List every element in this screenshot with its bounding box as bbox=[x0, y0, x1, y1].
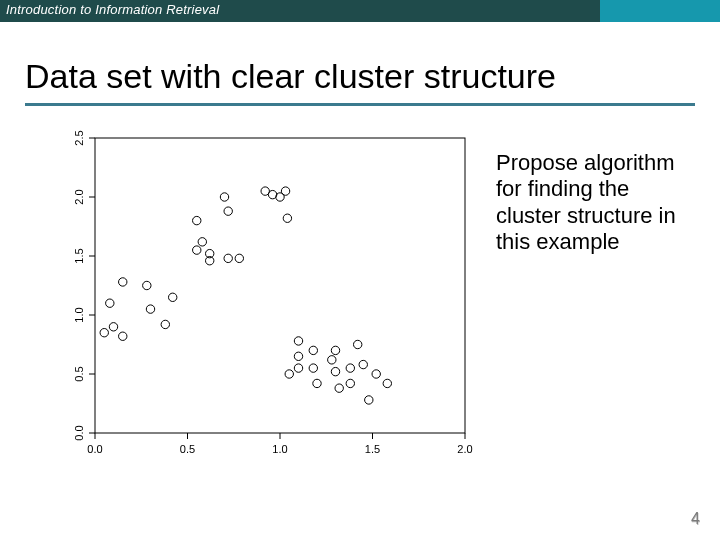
svg-point-59 bbox=[359, 360, 367, 368]
svg-point-36 bbox=[235, 254, 243, 262]
svg-point-51 bbox=[309, 364, 317, 372]
svg-point-44 bbox=[281, 187, 289, 195]
svg-rect-0 bbox=[95, 138, 465, 433]
svg-text:0.5: 0.5 bbox=[73, 366, 85, 381]
svg-text:1.5: 1.5 bbox=[365, 443, 380, 455]
svg-point-48 bbox=[294, 352, 302, 360]
svg-text:2.0: 2.0 bbox=[457, 443, 472, 455]
svg-point-25 bbox=[119, 332, 127, 340]
svg-point-63 bbox=[354, 340, 362, 348]
slide: Introduction to Information Retrieval Da… bbox=[0, 0, 720, 540]
page-number: 4 bbox=[691, 510, 700, 528]
svg-point-39 bbox=[224, 207, 232, 215]
svg-point-60 bbox=[365, 396, 373, 404]
header-accent bbox=[600, 0, 720, 22]
svg-point-30 bbox=[161, 320, 169, 328]
svg-text:1.0: 1.0 bbox=[73, 307, 85, 322]
svg-point-24 bbox=[109, 323, 117, 331]
svg-point-32 bbox=[193, 246, 201, 254]
title-underline bbox=[25, 103, 695, 106]
svg-text:0.5: 0.5 bbox=[180, 443, 195, 455]
svg-point-28 bbox=[143, 281, 151, 289]
svg-point-53 bbox=[328, 356, 336, 364]
page-title: Data set with clear cluster structure bbox=[25, 58, 695, 95]
svg-point-45 bbox=[283, 214, 291, 222]
scatter-plot: 0.00.51.01.52.00.00.51.01.52.02.5 bbox=[40, 128, 480, 478]
svg-point-46 bbox=[285, 370, 293, 378]
svg-point-26 bbox=[106, 299, 114, 307]
svg-point-23 bbox=[100, 329, 108, 337]
svg-text:2.0: 2.0 bbox=[73, 189, 85, 204]
svg-point-37 bbox=[198, 238, 206, 246]
svg-text:1.5: 1.5 bbox=[73, 248, 85, 263]
svg-point-49 bbox=[294, 337, 302, 345]
svg-point-27 bbox=[119, 278, 127, 286]
svg-point-52 bbox=[313, 379, 321, 387]
svg-point-40 bbox=[220, 193, 228, 201]
course-label: Introduction to Information Retrieval bbox=[6, 2, 219, 17]
svg-point-38 bbox=[193, 216, 201, 224]
svg-point-56 bbox=[335, 384, 343, 392]
svg-point-61 bbox=[372, 370, 380, 378]
title-block: Data set with clear cluster structure bbox=[25, 58, 695, 106]
svg-point-50 bbox=[309, 346, 317, 354]
svg-point-55 bbox=[331, 367, 339, 375]
svg-text:1.0: 1.0 bbox=[272, 443, 287, 455]
svg-point-31 bbox=[169, 293, 177, 301]
svg-point-35 bbox=[224, 254, 232, 262]
svg-point-57 bbox=[346, 364, 354, 372]
svg-point-54 bbox=[331, 346, 339, 354]
svg-point-62 bbox=[383, 379, 391, 387]
side-prompt-text: Propose algorithm for finding the cluste… bbox=[496, 150, 696, 256]
svg-point-58 bbox=[346, 379, 354, 387]
svg-text:0.0: 0.0 bbox=[87, 443, 102, 455]
scatter-plot-svg: 0.00.51.01.52.00.00.51.01.52.02.5 bbox=[40, 128, 480, 478]
svg-text:0.0: 0.0 bbox=[73, 425, 85, 440]
svg-point-29 bbox=[146, 305, 154, 313]
header-bar: Introduction to Information Retrieval bbox=[0, 0, 720, 22]
svg-text:2.5: 2.5 bbox=[73, 130, 85, 145]
svg-point-47 bbox=[294, 364, 302, 372]
